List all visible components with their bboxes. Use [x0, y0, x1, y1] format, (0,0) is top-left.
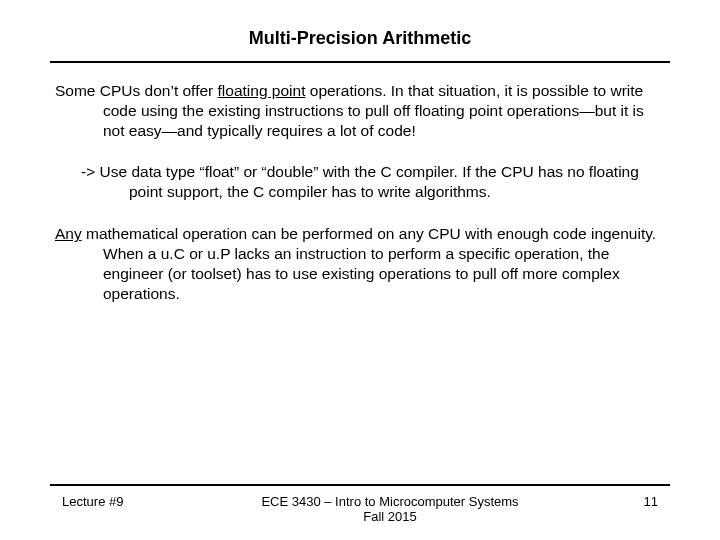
slide: Multi-Precision Arithmetic Some CPUs don… — [0, 0, 720, 540]
paragraph-1: Some CPUs don’t offer floating point ope… — [55, 81, 665, 140]
footer-row: Lecture #9 ECE 3430 – Intro to Microcomp… — [40, 494, 680, 524]
footer-divider — [50, 484, 670, 486]
footer-page-number: 11 — [618, 494, 658, 509]
p1-underline: floating point — [218, 82, 306, 99]
footer-course-line1: ECE 3430 – Intro to Microcomputer System… — [261, 494, 518, 509]
paragraph-2: -> Use data type “float” or “double” wit… — [55, 162, 665, 202]
footer-course-line2: Fall 2015 — [363, 509, 416, 524]
slide-body: Some CPUs don’t offer floating point ope… — [40, 81, 680, 303]
title-divider — [50, 61, 670, 63]
footer-course-info: ECE 3430 – Intro to Microcomputer System… — [162, 494, 618, 524]
slide-title: Multi-Precision Arithmetic — [40, 28, 680, 49]
p3-text-b: mathematical operation can be performed … — [82, 225, 656, 301]
p2-text: -> Use data type “float” or “double” wit… — [81, 163, 639, 200]
slide-footer: Lecture #9 ECE 3430 – Intro to Microcomp… — [40, 484, 680, 524]
p1-text-a: Some CPUs don’t offer — [55, 82, 218, 99]
paragraph-3: Any mathematical operation can be perfor… — [55, 224, 665, 303]
p3-underline: Any — [55, 225, 82, 242]
footer-lecture-label: Lecture #9 — [62, 494, 162, 509]
